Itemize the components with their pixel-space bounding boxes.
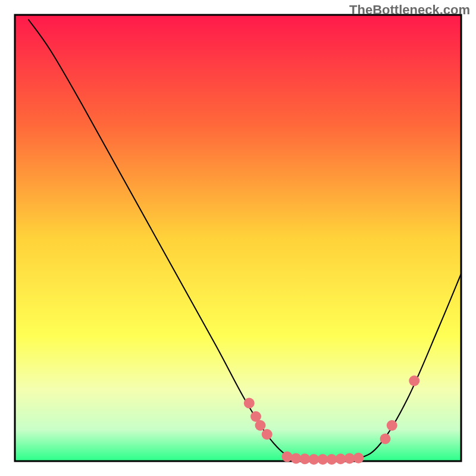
watermark-text: TheBottleneck.com [349, 2, 470, 18]
scatter-point [282, 452, 293, 462]
plot-background [15, 15, 461, 461]
chart-container: TheBottleneck.com [0, 0, 476, 476]
scatter-point [262, 429, 273, 440]
scatter-point [353, 453, 364, 464]
scatter-point [255, 420, 266, 431]
scatter-point [409, 375, 419, 386]
chart-svg [0, 0, 476, 476]
scatter-point [387, 420, 397, 431]
scatter-point [244, 398, 255, 409]
scatter-point [380, 434, 391, 444]
